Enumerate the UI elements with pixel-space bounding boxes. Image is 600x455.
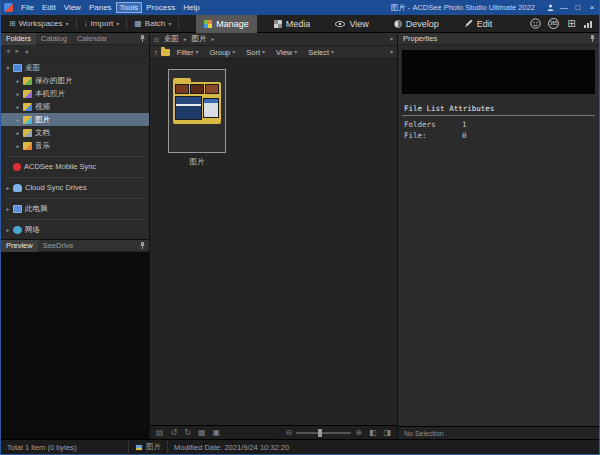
import-button[interactable]: ↓ Import ▾ [80, 17, 124, 30]
menu-view[interactable]: View [60, 2, 85, 13]
expander-icon[interactable]: ▸ [14, 78, 22, 84]
chevron-down-icon: ▾ [331, 49, 334, 55]
tree-item-documents[interactable]: ▸ 文档 [1, 126, 149, 139]
expander-icon[interactable]: ▸ [14, 143, 22, 149]
pin-icon[interactable] [139, 34, 146, 43]
workspaces-label: Workspaces [19, 19, 63, 28]
properties-panel-header: Properties [398, 33, 599, 45]
redo-icon[interactable]: ↻ [184, 428, 191, 437]
expander-icon[interactable]: ▸ [14, 91, 22, 97]
dashboard-grid-icon[interactable]: ⊞ [566, 18, 577, 29]
community-face-icon[interactable] [530, 18, 541, 29]
acdsee-365-icon[interactable]: 365 [548, 18, 559, 29]
expander-icon[interactable]: ▾ [4, 65, 12, 71]
tree-item-label: ACDSee Mobile Sync [24, 162, 96, 171]
cloud-icon [13, 184, 22, 192]
filter-button[interactable]: Filter ▾ [173, 48, 203, 57]
pin-icon[interactable] [589, 34, 596, 43]
up-icon[interactable]: ▴ [25, 47, 29, 55]
view-mode-icon[interactable]: ▤ [156, 428, 164, 437]
tab-preview[interactable]: Preview [1, 240, 38, 252]
manage-mode-button[interactable]: Manage [196, 15, 257, 33]
attribute-key: Folders [404, 120, 462, 131]
account-icon[interactable] [543, 0, 557, 15]
folders-mini-toolbar: ◂ ▸ ▴ [1, 45, 149, 57]
select-button[interactable]: Select ▾ [304, 48, 338, 57]
folders-panel-header: Folders Catalog Calendar [1, 33, 149, 45]
tree-item-desktop[interactable]: ▾ 桌面 [1, 61, 149, 74]
pencil-icon [464, 19, 473, 28]
sort-button[interactable]: Sort ▾ [242, 48, 269, 57]
tree-item-network[interactable]: ▸ 网络 [1, 223, 149, 236]
menu-panes[interactable]: Panes [85, 2, 116, 13]
pin-icon[interactable] [139, 241, 146, 250]
photos-folder-icon [23, 90, 32, 98]
filterbar-more-icon[interactable]: ▾ [390, 49, 393, 55]
tab-seedrive[interactable]: SeeDrive [38, 240, 79, 252]
thumb-photo [190, 84, 204, 94]
up-level-icon[interactable]: ↑ [154, 48, 158, 57]
forward-icon[interactable]: ▸ [16, 47, 20, 55]
menu-help[interactable]: Help [179, 2, 203, 13]
expander-icon[interactable]: ▸ [4, 185, 12, 191]
develop-mode-button[interactable]: Develop [386, 15, 447, 33]
pane-right-icon[interactable]: ◨ [383, 428, 391, 437]
tree-item-videos[interactable]: ▸ 视频 [1, 100, 149, 113]
edit-mode-button[interactable]: Edit [456, 15, 501, 33]
menu-process[interactable]: Process [142, 2, 179, 13]
manage-mode-label: Manage [216, 19, 249, 29]
mobile-sync-icon [13, 163, 21, 171]
breadcrumb-current[interactable]: 图片 [190, 34, 209, 44]
zoom-slider[interactable] [296, 432, 351, 434]
expander-icon[interactable]: ▸ [14, 130, 22, 136]
expander-icon[interactable]: ▸ [14, 104, 22, 110]
signal-bars-icon[interactable] [584, 20, 592, 28]
back-icon[interactable]: ◂ [6, 47, 10, 55]
view-mode-button[interactable]: View [327, 15, 376, 33]
batch-button[interactable]: ▦ Batch ▾ [130, 17, 175, 30]
maximize-button[interactable]: □ [571, 0, 585, 15]
folder-icon[interactable] [161, 49, 170, 56]
tree-item-music[interactable]: ▸ 音乐 [1, 139, 149, 152]
tree-item-local-photos[interactable]: ▸ 本机照片 [1, 87, 149, 100]
attribute-value: 0 [462, 131, 467, 142]
chevron-down-icon: ▾ [66, 21, 69, 27]
group-button[interactable]: Group ▾ [205, 48, 239, 57]
zoom-in-icon[interactable]: ⊕ [355, 428, 362, 437]
tree-item-this-pc[interactable]: ▸ 此电脑 [1, 202, 149, 215]
expander-icon[interactable]: ▸ [4, 206, 12, 212]
view-button[interactable]: View ▾ [272, 48, 301, 57]
minimize-button[interactable]: — [557, 0, 571, 15]
preview-panel: Preview SeeDrive [1, 239, 149, 439]
tree-item-saved-pictures[interactable]: ▸ 保存的图片 [1, 74, 149, 87]
tree-item-cloud-sync-drives[interactable]: ▸ Cloud Sync Drives [1, 181, 149, 194]
menu-file[interactable]: File [17, 2, 38, 13]
tab-calendar[interactable]: Calendar [72, 33, 112, 45]
tab-folders[interactable]: Folders [1, 33, 36, 45]
expander-icon[interactable]: ▸ [4, 227, 12, 233]
list-view-icon[interactable]: ▣ [213, 428, 221, 437]
pane-left-icon[interactable]: ◧ [369, 428, 377, 437]
breadcrumb-root[interactable]: 桌面 [162, 34, 181, 44]
zoom-out-icon[interactable]: ⊖ [285, 428, 292, 437]
menu-edit[interactable]: Edit [38, 2, 60, 13]
preview-panel-header: Preview SeeDrive [1, 240, 149, 252]
file-list-area[interactable]: 图片 [150, 59, 397, 425]
close-button[interactable]: × [585, 0, 599, 15]
folder-thumbnail[interactable] [168, 69, 226, 153]
tree-item-acdsee-mobile-sync[interactable]: ACDSee Mobile Sync [1, 160, 149, 173]
menu-tools[interactable]: Tools [116, 2, 143, 13]
delete-icon[interactable]: ▦ [198, 428, 206, 437]
workspaces-button[interactable]: ⊞ Workspaces ▾ [5, 17, 73, 30]
tab-catalog[interactable]: Catalog [36, 33, 72, 45]
home-icon[interactable]: ⌂ [154, 35, 159, 44]
undo-icon[interactable]: ↺ [171, 428, 178, 437]
media-mode-button[interactable]: Media [266, 15, 319, 33]
tree-divider [6, 198, 144, 199]
breadcrumb-dropdown-icon[interactable]: ▾ [390, 36, 393, 42]
tree-item-pictures[interactable]: ▸ 图片 [1, 113, 149, 126]
expander-icon[interactable]: ▸ [14, 117, 22, 123]
zoom-slider-thumb[interactable] [318, 429, 322, 437]
tree-divider [6, 177, 144, 178]
folder-tile[interactable]: 图片 [168, 69, 226, 167]
